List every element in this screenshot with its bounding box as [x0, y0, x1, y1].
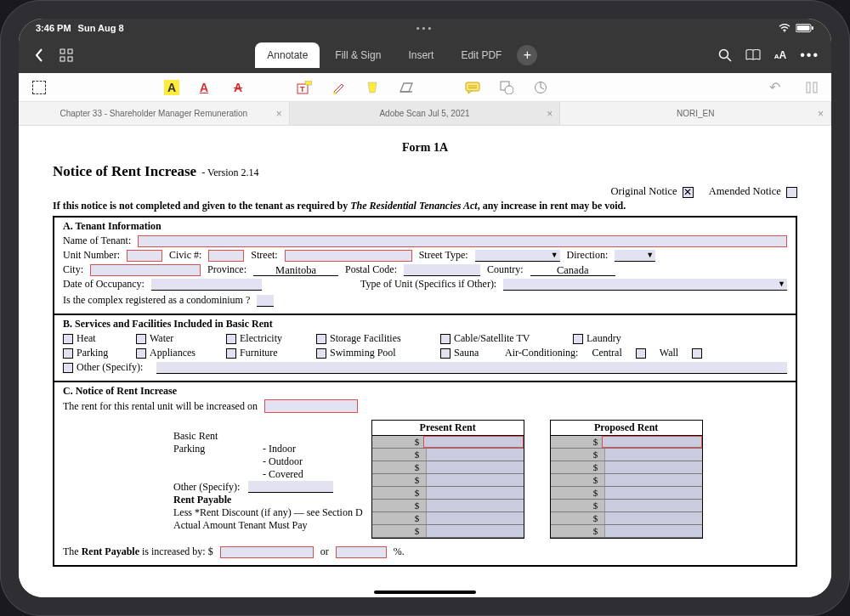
pen-highlight-icon[interactable]: [329, 80, 348, 95]
doc-tab-1[interactable]: Chapter 33 - Shareholder Manager Remuner…: [19, 102, 290, 125]
more-icon[interactable]: •••: [800, 48, 819, 63]
present-rent-table: Present Rent $ $ $ $ $ $ $ $: [371, 420, 524, 539]
status-date: Sun Aug 8: [78, 23, 124, 33]
tab-annotate[interactable]: Annotate: [255, 42, 320, 68]
sidebar-toggle-icon[interactable]: [806, 82, 818, 93]
stamp-icon[interactable]: [531, 80, 550, 95]
original-notice-checkbox[interactable]: ✕: [683, 187, 694, 198]
laundry-checkbox[interactable]: [573, 334, 583, 344]
doc-tab-label: Adobe Scan Jul 5, 2021: [379, 109, 469, 118]
document-page[interactable]: Form 1A Notice of Rent Increase - Versio…: [19, 126, 831, 597]
highlight-text-icon[interactable]: A: [164, 80, 179, 95]
original-notice-label: Original Notice: [611, 185, 677, 197]
elec-checkbox[interactable]: [226, 334, 236, 344]
name-field[interactable]: [138, 235, 787, 247]
note-icon[interactable]: [463, 80, 482, 95]
proposed-indoor-field[interactable]: [604, 449, 702, 461]
tab-fill-sign[interactable]: Fill & Sign: [323, 42, 393, 68]
increase-date-field[interactable]: [264, 399, 358, 413]
other-checkbox[interactable]: [63, 363, 73, 373]
furn-checkbox[interactable]: [226, 348, 236, 359]
svg-rect-20: [807, 82, 810, 93]
condo-field[interactable]: [257, 295, 274, 307]
present-covered-field[interactable]: [426, 474, 524, 486]
search-icon[interactable]: [718, 48, 732, 62]
eraser-icon[interactable]: [397, 80, 416, 95]
thumbnails-icon[interactable]: [58, 47, 75, 64]
sauna-checkbox[interactable]: [440, 348, 450, 359]
proposed-discount-field[interactable]: [604, 512, 702, 524]
shape-icon[interactable]: [497, 80, 516, 95]
amended-notice-checkbox[interactable]: [786, 187, 797, 198]
other-spec-field[interactable]: [156, 362, 787, 374]
selection-tool-icon[interactable]: [32, 81, 46, 94]
occupancy-field[interactable]: [151, 279, 262, 291]
svg-point-8: [719, 50, 728, 59]
ac-central-checkbox[interactable]: [636, 348, 646, 359]
streettype-dropdown[interactable]: [475, 250, 560, 262]
typeunit-dropdown[interactable]: [503, 279, 787, 291]
svg-rect-14: [466, 82, 479, 91]
ac-wall-checkbox[interactable]: [692, 348, 702, 359]
textbox-icon[interactable]: T: [295, 80, 314, 95]
requirement-note: If this notice is not completed and give…: [53, 200, 797, 212]
present-payable-field[interactable]: [426, 500, 524, 511]
marker-icon[interactable]: [363, 80, 382, 95]
close-icon[interactable]: ×: [547, 108, 552, 120]
svg-point-18: [505, 86, 513, 94]
doc-tab-label: NORI_EN: [677, 109, 714, 118]
proposed-payable-field[interactable]: [604, 500, 702, 511]
province-value: Manitoba: [253, 264, 338, 276]
street-field[interactable]: [285, 250, 412, 262]
reader-icon[interactable]: [745, 49, 761, 61]
parking-checkbox[interactable]: [63, 348, 73, 359]
present-other-field[interactable]: [426, 487, 524, 499]
strike-text-icon[interactable]: A: [229, 80, 247, 95]
doc-tab-3[interactable]: NORI_EN ×: [560, 102, 831, 125]
cable-checkbox[interactable]: [440, 334, 450, 344]
back-icon[interactable]: [31, 47, 48, 64]
postal-field[interactable]: [404, 264, 480, 276]
pool-checkbox[interactable]: [316, 348, 326, 359]
c-other-field[interactable]: [248, 481, 333, 493]
proposed-outdoor-field[interactable]: [604, 461, 702, 473]
tab-edit-pdf[interactable]: Edit PDF: [449, 42, 513, 68]
present-outdoor-field[interactable]: [426, 461, 524, 473]
city-field[interactable]: [90, 264, 201, 276]
annotation-toolbar: A A A T: [19, 73, 831, 102]
tab-insert[interactable]: Insert: [396, 42, 445, 68]
underline-text-icon[interactable]: A: [195, 80, 213, 95]
increase-amount-field[interactable]: [220, 546, 314, 558]
home-indicator[interactable]: [374, 591, 476, 594]
text-settings-icon[interactable]: AA: [774, 49, 786, 61]
multitask-dots-icon[interactable]: •••: [416, 23, 434, 33]
battery-icon: [796, 24, 814, 32]
add-mode-button[interactable]: +: [517, 45, 537, 65]
present-discount-field[interactable]: [426, 512, 524, 524]
amended-notice-label: Amended Notice: [709, 185, 781, 197]
direction-dropdown[interactable]: [615, 250, 655, 262]
close-icon[interactable]: ×: [276, 108, 282, 120]
present-basic-field[interactable]: [423, 436, 524, 448]
proposed-actual-field[interactable]: [604, 525, 702, 537]
increase-pct-field[interactable]: [336, 546, 387, 558]
form-version: - Version 2.14: [201, 167, 258, 179]
unit-field[interactable]: [127, 250, 162, 262]
present-indoor-field[interactable]: [426, 449, 524, 461]
doc-tab-2[interactable]: Adobe Scan Jul 5, 2021 ×: [290, 102, 561, 125]
proposed-basic-field[interactable]: [602, 436, 702, 448]
present-actual-field[interactable]: [426, 525, 524, 537]
proposed-other-field[interactable]: [604, 487, 702, 499]
heat-checkbox[interactable]: [63, 334, 73, 344]
appl-checkbox[interactable]: [136, 348, 146, 359]
civic-field[interactable]: [208, 250, 244, 262]
wifi-icon: [779, 24, 790, 32]
ipad-device-frame: 3:46 PM Sun Aug 8 ••• Annotate: [0, 0, 850, 616]
close-icon[interactable]: ×: [818, 108, 824, 120]
form-title: Notice of Rent Increase: [53, 163, 196, 180]
country-value: Canada: [530, 264, 615, 276]
storage-checkbox[interactable]: [316, 334, 326, 344]
undo-icon[interactable]: ↶: [769, 79, 780, 95]
water-checkbox[interactable]: [136, 334, 146, 344]
proposed-covered-field[interactable]: [604, 474, 702, 486]
